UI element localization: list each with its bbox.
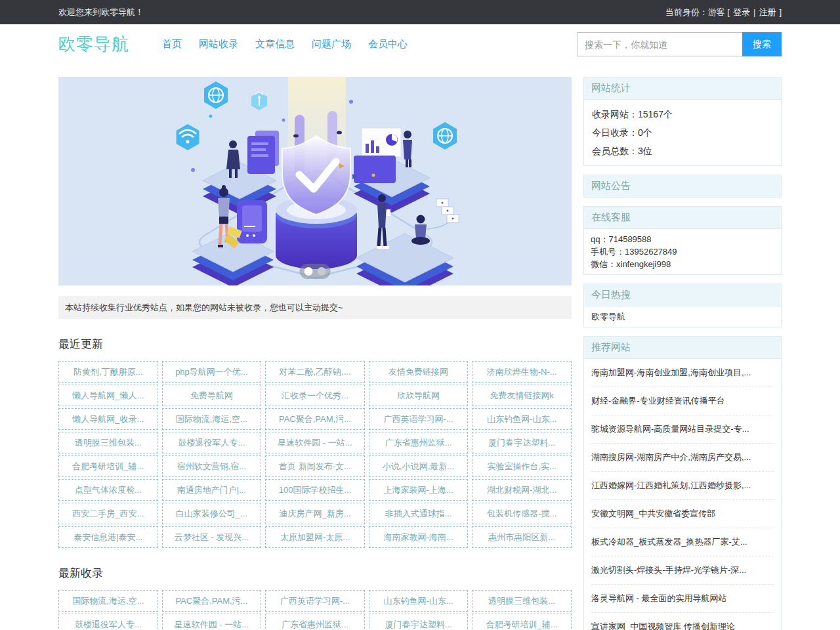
- recommended-sites-body: 海南加盟网-海南创业加盟,海南创业项目,...财经-金融界-专业财经资讯传播平台…: [584, 359, 781, 630]
- recommended-site-link[interactable]: 激光切割头-焊接头-手持焊-光学镜片-深...: [591, 556, 774, 585]
- site-link-cell[interactable]: 泰安信息港|泰安...: [58, 526, 158, 548]
- main-nav: 首页网站收录文章信息问题广场会员中心: [162, 38, 408, 51]
- site-link-cell[interactable]: 湖北财税网-湖北...: [472, 479, 572, 501]
- site-link-cell[interactable]: 迪庆房产网_新房...: [265, 503, 365, 524]
- site-link-cell[interactable]: 免费导航网: [162, 385, 262, 406]
- hot-search-item[interactable]: 欧零导航: [591, 310, 774, 323]
- site-link-cell[interactable]: 白山家装修公司_...: [162, 503, 262, 524]
- site-link-cell[interactable]: 广东省惠州监狱...: [265, 614, 365, 630]
- recommended-site-link[interactable]: 宣讲家网_中国视频智库 传播创新理论: [591, 613, 774, 630]
- nav-link[interactable]: 首页: [162, 38, 182, 51]
- banner-carousel[interactable]: [58, 77, 572, 285]
- recommended-site-link[interactable]: 财经-金融界-专业财经资讯传播平台: [591, 387, 774, 415]
- search-input[interactable]: [577, 32, 742, 56]
- site-link-cell[interactable]: 鼓楼退役军人专...: [162, 432, 262, 453]
- site-link-cell[interactable]: 点型气体浓度检...: [58, 479, 158, 501]
- site-link-cell[interactable]: 厦门春宇达塑料...: [369, 614, 469, 630]
- carousel-dots: [300, 264, 331, 279]
- site-link-cell[interactable]: 太原加盟网-太原...: [265, 526, 365, 548]
- site-link-cell[interactable]: 云梦社区 - 发现兴...: [162, 526, 262, 548]
- main-content: 本站持续收集行业优秀站点，如果您的网站未被收录，您也可以主动提交~ 最近更新 防…: [58, 77, 782, 630]
- carousel-dot-2[interactable]: [318, 267, 326, 276]
- latest-included-title: 最新收录: [58, 566, 572, 581]
- site-link-cell[interactable]: 广西英语学习网-...: [265, 590, 365, 612]
- panel-site-stats: 网站统计 收录网站：15167个今日收录：0个会员总数：3位: [583, 77, 782, 166]
- panel-online-service: 在线客服 qq：714589588手机号：13952627849微信：xinfe…: [583, 206, 782, 275]
- site-link-cell[interactable]: 合肥考研培训_辅...: [472, 614, 572, 630]
- login-link[interactable]: 登录: [733, 7, 750, 18]
- sidebar: 网站统计 收录网站：15167个今日收录：0个会员总数：3位 网站公告 在线客服…: [583, 77, 782, 630]
- nav-link[interactable]: 问题广场: [312, 38, 351, 51]
- recommended-site-link[interactable]: 江西婚嫁网-江西婚礼策划,江西婚纱摄影,...: [591, 472, 774, 500]
- site-link-cell[interactable]: 山东钓鱼网-山东...: [369, 590, 469, 612]
- identity-area: 当前身份：游客 [ 登录 | 注册 ]: [665, 7, 782, 18]
- site-link-cell[interactable]: 懒人导航网_收录...: [58, 408, 158, 430]
- recommended-site-link[interactable]: 洛灵导航网 - 最全面的实用导航网站: [591, 585, 774, 613]
- site-stats-title: 网站统计: [584, 77, 781, 100]
- site-link-cell[interactable]: 首页 新闻发布-文...: [265, 455, 365, 477]
- site-link-cell[interactable]: 广西英语学习网-...: [369, 408, 469, 430]
- site-link-cell[interactable]: 透明膜三维包装...: [58, 432, 158, 453]
- site-stats-body: 收录网站：15167个今日收录：0个会员总数：3位: [584, 100, 781, 165]
- site-link-cell[interactable]: 广东省惠州监狱...: [369, 432, 469, 453]
- recommended-site-link[interactable]: 安徽文明网_中共安徽省委宣传部: [591, 500, 774, 528]
- announcement-title: 网站公告: [584, 175, 781, 197]
- search-button[interactable]: 搜索: [742, 32, 782, 56]
- service-row: 手机号：13952627849: [591, 245, 774, 258]
- site-link-cell[interactable]: 合肥考研培训_辅...: [58, 455, 158, 477]
- service-row: 微信：xinfengkeji998: [591, 258, 774, 270]
- site-link-cell[interactable]: 星速软件园 - 一站...: [162, 614, 262, 630]
- site-link-cell[interactable]: 星速软件园 - 一站...: [265, 432, 365, 453]
- carousel-dot-1[interactable]: [304, 267, 313, 276]
- recommended-site-link[interactable]: 海南加盟网-海南创业加盟,海南创业项目,...: [591, 359, 774, 387]
- isometric-security-illustration: [58, 77, 572, 285]
- site-link-cell[interactable]: 西安二手房_西安...: [58, 503, 158, 524]
- site-link-cell[interactable]: 实验室操作台,实...: [472, 455, 572, 477]
- recommended-sites-title: 推荐网站: [584, 337, 781, 359]
- site-link-cell[interactable]: PAC聚合,PAM,污...: [162, 590, 262, 612]
- site-link-cell[interactable]: php导航网一个优...: [162, 361, 262, 383]
- site-link-cell[interactable]: PAC聚合,PAM,污...: [265, 408, 365, 430]
- left-column: 本站持续收集行业优秀站点，如果您的网站未被收录，您也可以主动提交~ 最近更新 防…: [58, 77, 572, 630]
- site-link-cell[interactable]: 鼓楼退役军人专...: [58, 614, 158, 630]
- site-link-cell[interactable]: 山东钓鱼网-山东...: [472, 408, 572, 430]
- site-link-cell[interactable]: 100国际学校招生...: [265, 479, 365, 501]
- site-link-cell[interactable]: 惠州市惠阳区新...: [472, 526, 572, 548]
- site-link-cell[interactable]: 厦门春宇达塑料...: [472, 432, 572, 453]
- nav-link[interactable]: 网站收录: [199, 38, 238, 51]
- site-link-cell[interactable]: 免费友情链接网k: [472, 385, 572, 406]
- recommended-site-link[interactable]: 驼城资源导航网-高质量网站目录提交-专...: [591, 415, 774, 444]
- site-link-cell[interactable]: 透明膜三维包装...: [472, 590, 572, 612]
- identity-suffix: ]: [779, 7, 782, 17]
- site-link-cell[interactable]: 懒人导航网_懒人...: [58, 385, 158, 406]
- hot-search-body: 欧零导航: [584, 306, 781, 327]
- nav-link[interactable]: 会员中心: [368, 38, 408, 51]
- site-link-cell[interactable]: 海南家教网-海南...: [369, 526, 469, 548]
- online-service-title: 在线客服: [584, 207, 781, 229]
- recommended-site-link[interactable]: 板式冷却器_板式蒸发器_换热器厂家-艾...: [591, 528, 774, 556]
- site-link-cell[interactable]: 上海家装网-上海...: [369, 479, 469, 501]
- recommended-site-link[interactable]: 湖南搜房网-湖南房产中介,湖南房产交易,...: [591, 444, 774, 472]
- site-link-cell[interactable]: 友情免费链接网: [369, 361, 469, 383]
- site-link-cell[interactable]: 小说,小说网,最新...: [369, 455, 469, 477]
- recent-update-grid: 防黄剂,丁酰肼原...php导航网一个优...对苯二酚,乙醇钠,...友情免费链…: [58, 361, 572, 548]
- site-link-cell[interactable]: 对苯二酚,乙醇钠,...: [265, 361, 365, 383]
- site-link-cell[interactable]: 欣欣导航网: [369, 385, 469, 406]
- site-link-cell[interactable]: 国际物流,海运,空...: [58, 590, 158, 612]
- site-link-cell[interactable]: 防黄剂,丁酰肼原...: [58, 361, 158, 383]
- site-link-cell[interactable]: 包装机传感器-搅...: [472, 503, 572, 524]
- nav-link[interactable]: 文章信息: [255, 38, 295, 51]
- hot-search-title: 今日热搜: [584, 284, 781, 306]
- panel-recommended-sites: 推荐网站 海南加盟网-海南创业加盟,海南创业项目,...财经-金融界-专业财经资…: [583, 336, 782, 630]
- site-link-cell[interactable]: 汇收录一个优秀...: [265, 385, 365, 406]
- online-service-body: qq：714589588手机号：13952627849微信：xinfengkej…: [584, 229, 781, 274]
- register-link[interactable]: 注册: [759, 7, 776, 18]
- site-logo[interactable]: 欧零导航: [58, 33, 129, 56]
- site-link-cell[interactable]: 非插入式通球指...: [369, 503, 469, 524]
- identity-label: 当前身份：游客 [: [665, 7, 730, 18]
- site-link-cell[interactable]: 国际物流,海运,空...: [162, 408, 262, 430]
- site-header: 欧零导航 首页网站收录文章信息问题广场会员中心 搜索: [0, 24, 840, 64]
- site-link-cell[interactable]: 济南欣烨生物-N-...: [472, 361, 572, 383]
- site-link-cell[interactable]: 宿州软文营销,宿...: [162, 455, 262, 477]
- site-link-cell[interactable]: 南通房地产门户|...: [162, 479, 262, 501]
